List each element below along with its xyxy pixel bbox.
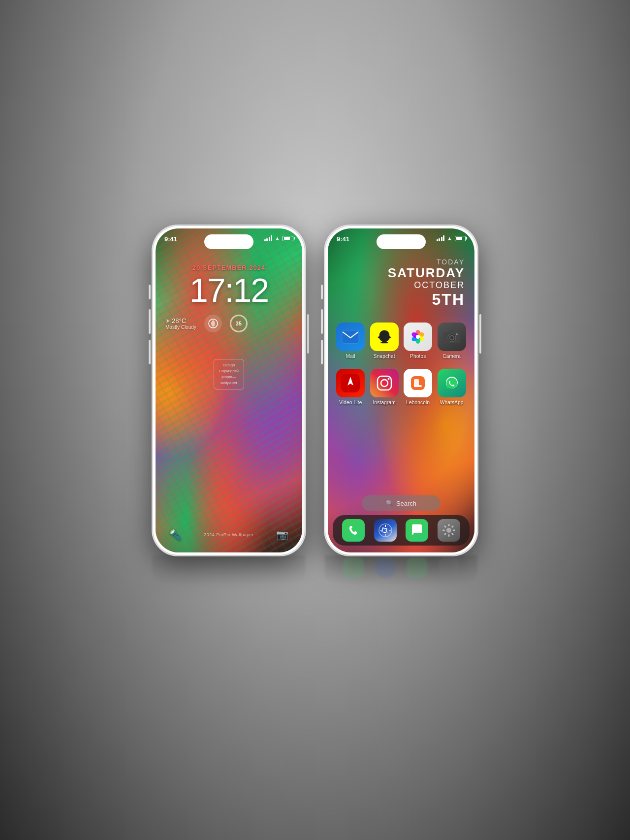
app-icon-whatsapp	[438, 369, 466, 397]
reflection-phone	[343, 557, 364, 578]
volume-up-button[interactable]	[149, 309, 151, 334]
right-phone-reflection	[325, 555, 477, 585]
app-item-camera[interactable]: Camera	[437, 323, 467, 359]
home-date-num: 5TH	[328, 291, 465, 309]
app-item-leboncoin[interactable]: Leboncoin	[403, 369, 433, 405]
svg-point-17	[387, 378, 389, 380]
bottom-copyright-text: 2024 PinPin Wallpaper	[204, 532, 254, 537]
app-icon-videolite	[336, 369, 365, 397]
dock-phone-icon[interactable]	[342, 519, 365, 542]
battery-icon	[283, 236, 293, 241]
status-time-left: 9:41	[164, 235, 264, 243]
battery-icon-right	[455, 236, 466, 241]
lock-screen-content: 20 SEPTEMBER 2024 17:12 ☀ 28°C Mostly Cl…	[156, 228, 302, 552]
wifi-icon: ▲	[275, 235, 280, 241]
lock-time: 17:12	[165, 273, 292, 307]
dock-safari-icon[interactable]	[374, 519, 397, 542]
svg-point-29	[446, 528, 451, 533]
svg-rect-35	[443, 533, 446, 536]
camera-shortcut-icon[interactable]: 📷	[276, 529, 288, 541]
svg-rect-33	[451, 533, 454, 536]
weather-sun-icon: ☀	[165, 318, 170, 324]
home-date-day: SATURDAY	[328, 266, 465, 280]
flashlight-icon[interactable]: 🔦	[169, 529, 182, 541]
home-screen-content: TODAY SATURDAY OCTOBER 5TH	[328, 228, 474, 552]
lock-bottom-bar: 🔦 2024 PinPin Wallpaper 📷	[156, 529, 302, 541]
lock-weather-temp: 28°C	[172, 317, 186, 324]
lock-widgets: ☀ 28°C Mostly Cloudy 35	[165, 315, 292, 332]
svg-rect-21	[414, 385, 422, 387]
app-item-photos[interactable]: Photos	[403, 323, 433, 359]
status-bar-right: 9:41 ▲	[328, 228, 474, 254]
app-item-whatsapp[interactable]: WhatsApp	[437, 369, 467, 405]
lock-copyright-box: Design Copyright©pinpin—wallpaper	[214, 359, 244, 389]
svg-rect-30	[448, 524, 449, 526]
silent-switch	[149, 285, 151, 299]
app-grid-row2: Video Lite Instagram	[328, 359, 474, 405]
reflection-settings	[439, 557, 459, 578]
home-search-bar[interactable]: 🔍 Search	[362, 495, 441, 511]
svg-rect-37	[443, 525, 446, 528]
app-icon-mail	[336, 323, 365, 351]
home-date-widget: TODAY SATURDAY OCTOBER 5TH	[328, 258, 474, 309]
app-item-mail[interactable]: Mail	[336, 323, 366, 359]
app-item-snapchat[interactable]: Snapchat	[370, 323, 400, 359]
home-date-today-label: TODAY	[328, 258, 465, 266]
svg-point-8	[416, 335, 420, 339]
signal-icon	[264, 235, 273, 241]
home-date-month: OCTOBER	[328, 280, 465, 291]
reflection-safari	[375, 557, 396, 578]
app-label-photos: Photos	[410, 354, 426, 359]
app-icon-leboncoin	[404, 369, 432, 397]
volume-up-right[interactable]	[321, 309, 323, 334]
app-item-videolite[interactable]: Video Lite	[336, 369, 366, 405]
power-button-right[interactable]	[479, 314, 481, 354]
app-label-videolite: Video Lite	[339, 400, 362, 405]
status-time-right: 9:41	[337, 235, 437, 243]
svg-rect-1	[342, 330, 359, 343]
search-magnifier-icon: 🔍	[386, 500, 393, 507]
lock-weather-widget: ☀ 28°C Mostly Cloudy	[165, 317, 196, 330]
reflection-messages	[407, 557, 427, 578]
search-label: Search	[396, 500, 416, 507]
app-icon-instagram	[370, 369, 399, 397]
right-phone: 9:41 ▲	[325, 226, 477, 555]
volume-down-right[interactable]	[321, 340, 323, 364]
lock-date: 20 SEPTEMBER 2024	[165, 264, 292, 271]
lock-widget-chatgpt	[204, 315, 222, 332]
app-label-mail: Mail	[346, 354, 355, 359]
app-label-leboncoin: Leboncoin	[406, 400, 430, 405]
svg-point-12	[450, 336, 453, 339]
lock-weather-temp-line: ☀ 28°C	[165, 317, 196, 324]
app-label-whatsapp: WhatsApp	[440, 400, 464, 405]
status-bar-left: 9:41 ▲	[156, 228, 302, 254]
volume-down-button[interactable]	[149, 340, 151, 364]
status-icons-left: ▲	[264, 235, 293, 241]
app-item-instagram[interactable]: Instagram	[370, 369, 400, 405]
svg-rect-32	[453, 530, 455, 531]
svg-rect-34	[448, 534, 449, 537]
svg-rect-31	[451, 525, 454, 528]
svg-point-16	[381, 380, 388, 387]
app-label-instagram: Instagram	[373, 400, 396, 405]
left-phone-reflection	[153, 555, 305, 585]
home-dock	[333, 515, 470, 546]
ring-number: 35	[236, 321, 242, 326]
app-icon-camera	[438, 323, 466, 351]
app-label-snapchat: Snapchat	[374, 354, 395, 359]
svg-rect-36	[442, 530, 445, 531]
left-phone: 9:41 ▲	[153, 226, 305, 555]
status-icons-right: ▲	[437, 235, 466, 241]
silent-switch-right	[321, 285, 323, 299]
app-label-camera: Camera	[442, 354, 461, 359]
dock-messages-icon[interactable]	[406, 519, 428, 542]
signal-icon-right	[437, 235, 445, 241]
power-button[interactable]	[307, 314, 309, 354]
copyright-text: Design Copyright©pinpin—wallpaper	[219, 363, 239, 385]
app-icon-photos	[404, 323, 432, 351]
dock-settings-icon[interactable]	[438, 519, 460, 542]
lock-weather-condition: Mostly Cloudy	[165, 324, 196, 330]
wifi-icon-right: ▲	[447, 235, 452, 241]
app-grid-row1: Mail Snapchat	[328, 313, 474, 359]
svg-point-13	[456, 333, 458, 335]
